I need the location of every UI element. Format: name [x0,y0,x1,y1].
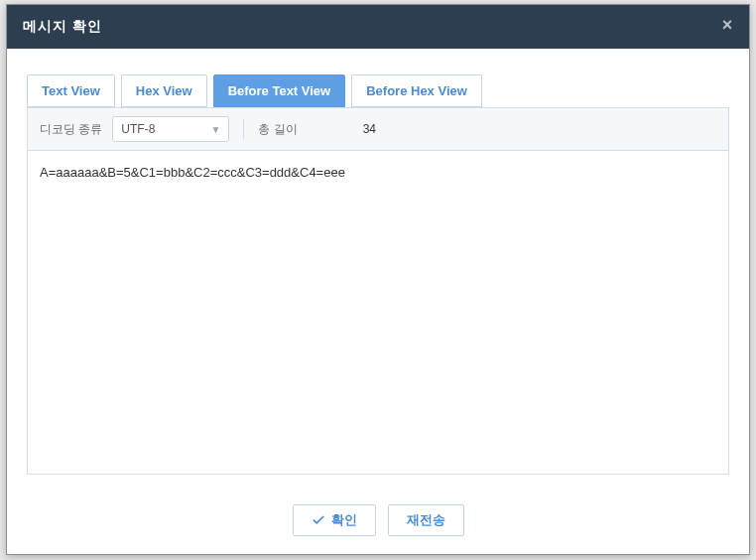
dialog-title: 메시지 확인 [23,18,102,36]
total-length-value: 34 [363,122,376,136]
tab-before-hex-view[interactable]: Before Hex View [351,74,482,107]
dialog-header: 메시지 확인 × [7,5,749,49]
total-length-label: 총 길이 [258,121,297,138]
view-tabs: Text View Hex View Before Text View Befo… [27,74,729,107]
dialog-body: Text View Hex View Before Text View Befo… [7,49,749,490]
decoding-type-select[interactable]: UTF-8 ▼ [112,116,229,142]
confirm-label: 확인 [331,511,357,529]
resend-button[interactable]: 재전송 [388,504,464,536]
dialog-footer: 확인 재전송 [7,490,749,554]
chevron-down-icon: ▼ [210,124,220,135]
tab-hex-view[interactable]: Hex View [121,74,207,107]
resend-label: 재전송 [407,511,445,529]
tab-before-text-view[interactable]: Before Text View [213,74,346,107]
check-icon [312,513,325,527]
tab-text-view[interactable]: Text View [27,74,115,107]
decoding-toolbar: 디코딩 종류 UTF-8 ▼ 총 길이 34 [27,107,729,151]
close-icon[interactable]: × [713,11,741,39]
message-content[interactable]: A=aaaaaa&B=5&C1=bbb&C2=ccc&C3=ddd&C4=eee [27,151,729,475]
decoding-type-value: UTF-8 [121,122,155,136]
decoding-type-label: 디코딩 종류 [40,121,102,138]
message-confirm-dialog: 메시지 확인 × Text View Hex View Before Text … [6,4,750,555]
message-text: A=aaaaaa&B=5&C1=bbb&C2=ccc&C3=ddd&C4=eee [40,165,345,180]
confirm-button[interactable]: 확인 [293,504,376,536]
toolbar-divider [243,119,244,139]
